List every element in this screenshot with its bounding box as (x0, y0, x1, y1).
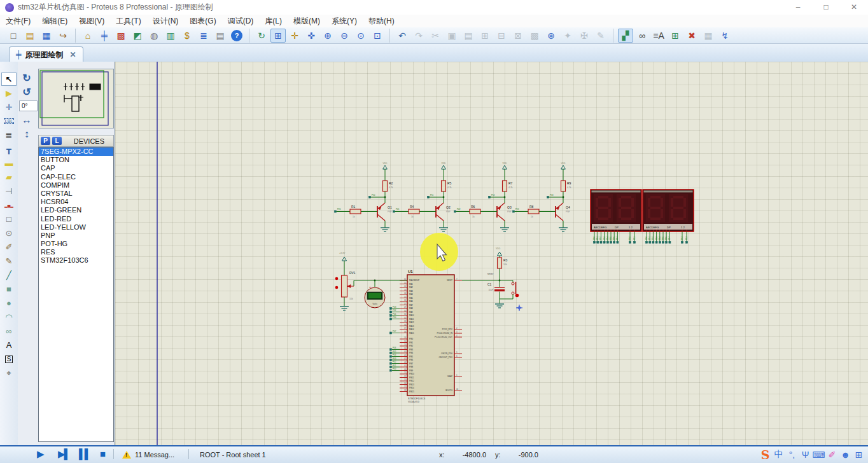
help-icon[interactable]: ? (231, 30, 242, 41)
design-configuration-icon[interactable]: ↯ (717, 29, 732, 43)
2d-text-mode[interactable]: A (1, 338, 17, 352)
design-notes-icon[interactable]: ▤ (213, 29, 228, 43)
emoji-icon[interactable]: ☻ (839, 448, 852, 462)
analysis-icon[interactable]: ≣ (196, 29, 211, 43)
device-item-7SEG-MPX2-CC[interactable]: 7SEG-MPX2-CC (39, 148, 113, 156)
stop-button[interactable]: ■ (100, 448, 104, 459)
play-button[interactable]: ▶ (37, 448, 43, 460)
pan-icon[interactable]: ✜ (304, 29, 319, 43)
subcircuit-mode[interactable]: ▬ (1, 156, 17, 170)
bus-mode[interactable]: ┳ (1, 142, 17, 156)
save-project-icon[interactable]: ▦ (39, 29, 54, 43)
device-item-CAP-ELEC[interactable]: CAP-ELEC (39, 173, 113, 181)
device-item-COMPIM[interactable]: COMPIM (39, 181, 113, 190)
pick-devices-button[interactable]: P (41, 137, 50, 145)
menu-item-3[interactable]: 工具(T) (110, 15, 146, 27)
device-item-RES[interactable]: RES (39, 248, 113, 256)
mirror-h-button[interactable]: ↔ (19, 113, 34, 127)
microphone-icon[interactable]: Ψ (799, 448, 812, 462)
bill-of-materials-icon[interactable]: ▥ (163, 29, 178, 43)
menu-item-5[interactable]: 图表(G) (184, 15, 221, 27)
wire-label-mode[interactable]: LBL (1, 114, 17, 128)
close-button[interactable]: ✕ (840, 0, 868, 15)
terminal-mode[interactable]: ▰ (1, 170, 17, 184)
redraw-icon[interactable]: ↻ (254, 29, 269, 43)
remove-sheet-icon[interactable]: ✖ (684, 29, 699, 43)
pcb-layout-icon[interactable]: ▩ (113, 29, 129, 43)
open-project-icon[interactable]: ▤ (22, 29, 38, 43)
schematic-canvas[interactable]: VDDR24.7kP10Q1PNPP20R11kVDDR54.7kP11Q2PN… (115, 62, 868, 445)
2d-arc-mode[interactable]: ◠ (1, 310, 17, 324)
pause-button[interactable]: ▌▌ (79, 448, 90, 459)
device-item-LED-YELLOW[interactable]: LED-YELLOW (39, 223, 113, 232)
origin-icon[interactable]: ✛ (287, 29, 302, 43)
menu-item-2[interactable]: 视图(V) (73, 15, 110, 27)
menu-item-6[interactable]: 调试(D) (222, 15, 260, 27)
marker-mode[interactable]: ⌖ (1, 366, 17, 380)
transistor-stage-Q4[interactable]: VDDR94.7kP13Q4PNPP23R81k (513, 162, 571, 232)
device-item-HCSR04[interactable]: HCSR04 (39, 198, 113, 206)
device-item-STM32F103C6[interactable]: STM32F103C6 (39, 256, 113, 265)
2d-path-mode[interactable]: ∞ (1, 324, 17, 338)
schematic-capture-icon[interactable]: ╪ (97, 29, 112, 43)
wire-autorouter-icon[interactable]: ▞ (618, 29, 633, 43)
device-item-LED-GREEN[interactable]: LED-GREEN (39, 206, 113, 214)
transistor-stage-Q1[interactable]: VDDR24.7kP10Q1PNPP20R11k (335, 162, 393, 232)
overview-minimap[interactable] (38, 69, 114, 128)
punctuation-icon[interactable]: °, (785, 448, 799, 462)
pick-device-icon[interactable]: ⊛ (543, 29, 559, 43)
tab-schematic-capture[interactable]: ╪ 原理图绘制 ✕ (9, 46, 83, 62)
search-icon[interactable]: ∞ (634, 29, 650, 43)
2d-circle-mode[interactable]: ● (1, 296, 17, 310)
chinese-mode-icon[interactable]: 中 (772, 448, 785, 462)
minimize-button[interactable]: – (784, 0, 812, 15)
new-sheet-icon[interactable]: ⊞ (668, 29, 683, 43)
transistor-stage-Q3[interactable]: VDDR74.7kP12Q3PNPP22R61k (454, 162, 513, 232)
zoom-in-icon[interactable]: ⊕ (320, 29, 335, 43)
current-probe-mode[interactable]: ✎ (1, 254, 17, 268)
mcu-u1[interactable]: U1STM32F103C6VDDA=VDD10PA0/WKUP11PA112PA… (390, 270, 463, 403)
zoom-area-icon[interactable]: ⊡ (370, 29, 385, 43)
home-icon[interactable]: ⌂ (80, 29, 95, 43)
menu-item-8[interactable]: 模版(M) (288, 15, 326, 27)
menu-item-1[interactable]: 编辑(E) (36, 15, 73, 27)
2d-symbol-mode[interactable]: S (1, 352, 17, 366)
rotation-angle-field[interactable]: 0° (19, 100, 38, 111)
device-pin-mode[interactable]: ⊣ (1, 184, 17, 198)
menu-item-9[interactable]: 系统(Y) (326, 15, 363, 27)
toolbox-icon[interactable]: ⊞ (852, 448, 865, 462)
device-item-PNP[interactable]: PNP (39, 232, 113, 240)
zoom-all-icon[interactable]: ⊙ (353, 29, 368, 43)
menu-item-0[interactable]: 文件(F) (0, 15, 36, 27)
property-assignment-icon[interactable]: ≡A (651, 29, 666, 43)
sogou-input-icon[interactable]: S (759, 448, 772, 462)
generator-mode[interactable]: ⊙ (1, 226, 17, 240)
device-item-CAP[interactable]: CAP (39, 164, 113, 172)
reset-circuit[interactable]: VDDR310kNRSTC110uF (462, 247, 519, 308)
undo-icon[interactable]: ↶ (395, 29, 410, 43)
tab-close-icon[interactable]: ✕ (70, 50, 76, 59)
cost-report-icon[interactable]: $ (179, 29, 195, 43)
7seg-display-1[interactable]: ABCDEFGDP1 2P00P01P02P03P04P05P06P07P10P… (591, 190, 641, 244)
7seg-display-2[interactable]: ABCDEFGDP1 2P00P01P02P03P04P05P06P07P12P… (643, 190, 694, 244)
device-item-POT-HG[interactable]: POT-HG (39, 240, 113, 248)
device-item-LED-RED[interactable]: LED-RED (39, 215, 113, 223)
active-popup-mode[interactable]: □ (1, 212, 17, 226)
close-project-icon[interactable]: ↪ (55, 29, 71, 43)
voltage-probe-mode[interactable]: ✐ (1, 240, 17, 254)
warning-icon[interactable] (122, 451, 131, 459)
menu-item-7[interactable]: 库(L) (259, 15, 288, 27)
graph-mode[interactable]: ▂▅▂ (1, 198, 17, 212)
rotate-cw-button[interactable]: ↻ (19, 71, 34, 85)
grid-toggle-icon[interactable]: ⊞ (270, 29, 286, 43)
rotate-ccw-button[interactable]: ↺ (19, 85, 34, 99)
skin-brush-icon[interactable]: ✐ (825, 448, 839, 462)
voltmeter[interactable]: +Volts (365, 280, 385, 308)
text-script-mode[interactable]: ≣ (1, 128, 17, 142)
device-item-BUTTON[interactable]: BUTTON (39, 156, 113, 164)
mirror-v-button[interactable]: ↕ (19, 127, 34, 141)
web-browser-icon[interactable]: ◍ (146, 29, 162, 43)
selection-tool[interactable]: ↖ (1, 73, 17, 86)
new-project-icon[interactable]: □ (6, 29, 21, 43)
component-mode[interactable]: ▶ (1, 86, 17, 100)
